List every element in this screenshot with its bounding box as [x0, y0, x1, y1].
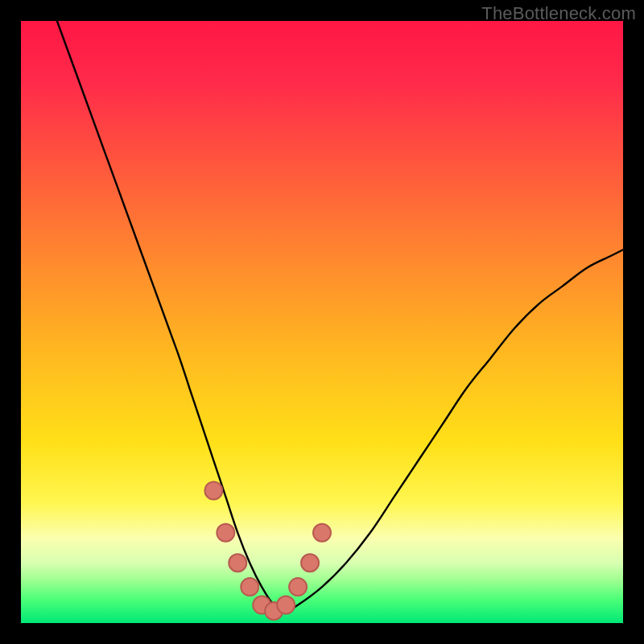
watermark-text: TheBottleneck.com — [481, 3, 636, 24]
marker-dot — [241, 578, 258, 596]
marker-dot — [217, 524, 234, 542]
marker-dot — [301, 554, 319, 572]
bottleneck-chart — [21, 21, 623, 623]
marker-dot — [313, 524, 331, 542]
marker-dot — [204, 481, 222, 499]
marker-dot — [229, 554, 246, 572]
chart-frame — [21, 21, 623, 623]
marker-dot — [277, 597, 295, 614]
marker-dot — [289, 578, 307, 596]
